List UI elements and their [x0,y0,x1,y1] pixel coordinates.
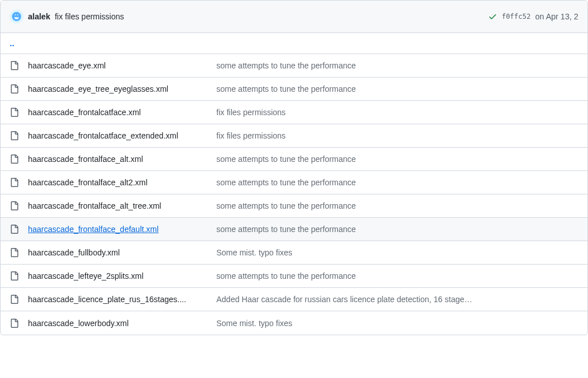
file-link[interactable]: haarcascade_licence_plate_rus_16stages..… [28,295,186,304]
file-row: haarcascade_frontalface_alt2.xmlsome att… [1,171,587,194]
file-row: haarcascade_lowerbody.xmlSome mist. typo… [1,311,587,335]
commit-header: alalek fix files permissions f0ffc52 on … [1,1,587,33]
file-name: haarcascade_frontalface_default.xml [28,225,216,234]
file-row: haarcascade_frontalface_alt.xmlsome atte… [1,148,587,171]
file-name: haarcascade_frontalface_alt.xml [28,155,216,164]
commit-message[interactable]: fix files permissions [55,12,124,21]
file-icon [10,271,19,281]
file-commit-message[interactable]: some attempts to tune the performance [216,84,578,94]
file-commit-message[interactable]: some attempts to tune the performance [216,155,578,164]
file-icon [10,295,19,304]
file-link[interactable]: haarcascade_frontalcatface_extended.xml [28,131,178,140]
file-commit-message[interactable]: Some mist. typo fixes [216,319,578,328]
file-link[interactable]: haarcascade_lowerbody.xml [28,319,128,328]
file-row: haarcascade_frontalface_default.xmlsome … [1,218,587,241]
file-icon [10,155,19,164]
file-name: haarcascade_eye.xml [28,61,216,70]
file-row: haarcascade_lefteye_2splits.xmlsome atte… [1,265,587,288]
file-link[interactable]: haarcascade_eye_tree_eyeglasses.xml [28,84,168,94]
file-commit-message[interactable]: some attempts to tune the performance [216,225,578,234]
file-name: haarcascade_lefteye_2splits.xml [28,271,216,281]
file-icon [10,108,19,117]
file-link[interactable]: haarcascade_frontalface_alt2.xml [28,178,147,187]
commit-date[interactable]: on Apr 13, 2 [535,12,578,21]
file-icon [10,61,19,70]
file-row: haarcascade_fullbody.xmlSome mist. typo … [1,241,587,265]
file-link[interactable]: haarcascade_eye.xml [28,61,106,70]
file-link[interactable]: haarcascade_fullbody.xml [28,248,120,257]
file-link[interactable]: haarcascade_lefteye_2splits.xml [28,271,143,281]
file-link[interactable]: haarcascade_frontalface_default.xml [28,225,159,234]
file-icon [10,84,19,94]
commit-info: alalek fix files permissions [10,10,124,23]
file-icon [10,319,19,328]
commit-meta: f0ffc52 on Apr 13, 2 [488,12,578,21]
file-browser: alalek fix files permissions f0ffc52 on … [0,0,588,335]
commit-author[interactable]: alalek [28,12,50,21]
file-commit-message[interactable]: Added Haar cascade for russian cars lice… [216,295,578,304]
file-name: haarcascade_frontalcatface_extended.xml [28,131,216,140]
file-name: haarcascade_frontalface_alt_tree.xml [28,201,216,210]
file-row: haarcascade_frontalcatface_extended.xmlf… [1,124,587,148]
file-commit-message[interactable]: some attempts to tune the performance [216,61,578,70]
file-icon [10,248,19,257]
file-row: haarcascade_eye.xmlsome attempts to tune… [1,54,587,78]
file-icon [10,178,19,187]
file-list: haarcascade_eye.xmlsome attempts to tune… [1,54,587,335]
file-name: haarcascade_fullbody.xml [28,248,216,257]
file-row: haarcascade_licence_plate_rus_16stages..… [1,288,587,311]
file-icon [10,225,19,234]
file-link[interactable]: haarcascade_frontalcatface.xml [28,108,141,117]
file-name: haarcascade_frontalcatface.xml [28,108,216,117]
file-icon [10,201,19,210]
file-commit-message[interactable]: some attempts to tune the performance [216,178,578,187]
file-commit-message[interactable]: fix files permissions [216,108,578,117]
file-commit-message[interactable]: some attempts to tune the performance [216,271,578,281]
file-commit-message[interactable]: Some mist. typo fixes [216,248,578,257]
file-row: haarcascade_frontalcatface.xmlfix files … [1,101,587,124]
file-row: haarcascade_eye_tree_eyeglasses.xmlsome … [1,78,587,101]
file-commit-message[interactable]: fix files permissions [216,131,578,140]
commit-sha[interactable]: f0ffc52 [502,13,531,21]
file-link[interactable]: haarcascade_frontalface_alt.xml [28,155,143,164]
avatar[interactable] [10,10,23,23]
file-name: haarcascade_eye_tree_eyeglasses.xml [28,84,216,94]
file-name: haarcascade_licence_plate_rus_16stages..… [28,295,216,304]
file-icon [10,131,19,140]
parent-directory-link[interactable]: .. [1,33,587,54]
file-link[interactable]: haarcascade_frontalface_alt_tree.xml [28,201,161,210]
file-name: haarcascade_frontalface_alt2.xml [28,178,216,187]
check-icon[interactable] [488,12,497,21]
file-row: haarcascade_frontalface_alt_tree.xmlsome… [1,194,587,218]
file-commit-message[interactable]: some attempts to tune the performance [216,201,578,210]
file-name: haarcascade_lowerbody.xml [28,319,216,328]
